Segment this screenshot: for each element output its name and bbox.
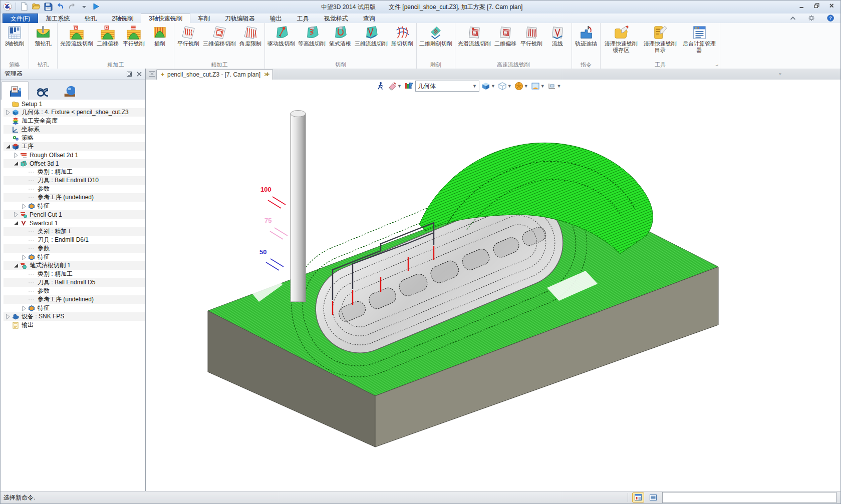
- tab-overflow-icon[interactable]: ⌄: [778, 70, 782, 76]
- expander-closed-icon[interactable]: [13, 211, 20, 218]
- ribbon-button-3-3[interactable]: 平行铣削: [121, 24, 147, 48]
- expander-open-icon[interactable]: [13, 220, 20, 227]
- manager-tab-view-glasses[interactable]: [29, 81, 56, 100]
- collapse-ribbon-icon[interactable]: [788, 14, 797, 23]
- tree-item[interactable]: Setup 1: [4, 100, 145, 108]
- redo-icon[interactable]: [67, 2, 77, 12]
- menu-tab-5[interactable]: 3轴快速铣削: [141, 14, 190, 24]
- minimize-button[interactable]: [796, 2, 807, 11]
- tree-item[interactable]: 设备 : SNK FPS: [4, 312, 145, 321]
- menu-tab-6[interactable]: 车削: [190, 14, 217, 23]
- ribbon-button-5-4[interactable]: 三维流线切削: [353, 24, 389, 48]
- chevron-down-icon[interactable]: ▼: [491, 84, 495, 89]
- tree-item[interactable]: 加工安全高度: [4, 117, 145, 125]
- tree-item[interactable]: 参考工序 (undefined): [4, 295, 145, 304]
- ribbon-button-9-2[interactable]: 清理快速铣削目录: [641, 24, 680, 54]
- tree-item[interactable]: 坐标系: [4, 125, 145, 134]
- tree-item[interactable]: 刀具 : Ball Endmill D5: [4, 278, 145, 287]
- close-tabgroup-icon[interactable]: [148, 70, 156, 78]
- chevron-down-icon[interactable]: ▼: [507, 84, 512, 89]
- tree-item[interactable]: 刀具 : Ball Endmill D10: [4, 176, 145, 185]
- save-file-icon[interactable]: [43, 2, 53, 12]
- ribbon-button-1-1[interactable]: 3轴铣削: [2, 24, 28, 48]
- ribbon-button-5-2[interactable]: 等高线切削: [297, 24, 327, 48]
- dialog-launcher-icon[interactable]: ⌐: [712, 62, 718, 68]
- ribbon-button-3-4[interactable]: 插削: [147, 24, 173, 48]
- ribbon-button-4-3[interactable]: 角度限制: [237, 24, 263, 48]
- command-input[interactable]: [662, 492, 836, 503]
- ribbon-button-2-1[interactable]: 预钻孔: [30, 24, 56, 48]
- close-button[interactable]: [826, 2, 837, 11]
- ribbon-button-5-5[interactable]: 胀切切削: [389, 24, 415, 48]
- help-icon[interactable]: ?: [826, 14, 835, 23]
- ribbon-button-3-2[interactable]: 二维偏移: [95, 24, 121, 48]
- menu-tab-2[interactable]: 加工系统: [38, 14, 77, 23]
- start-run-icon[interactable]: [91, 2, 101, 12]
- document-tab-active[interactable]: + pencil_shoe_cut.Z3 - [7. Cam plan] ✕: [156, 69, 273, 80]
- restore-panel-icon[interactable]: [125, 70, 133, 78]
- tree-item[interactable]: 参数: [4, 244, 145, 253]
- tree-item[interactable]: 参数: [4, 185, 145, 193]
- ribbon-button-7-3[interactable]: 平行铣削: [518, 24, 544, 48]
- ribbon-button-5-3[interactable]: 笔式清根: [327, 24, 353, 48]
- tree-item[interactable]: 工序: [4, 142, 145, 151]
- menu-tab-9[interactable]: 工具: [290, 14, 317, 23]
- chevron-down-icon[interactable]: ▼: [540, 84, 545, 89]
- track-panel-icon[interactable]: [632, 492, 644, 502]
- close-panel-icon[interactable]: [135, 70, 143, 78]
- filter-icon[interactable]: [404, 81, 414, 92]
- chevron-down-icon[interactable]: ▼: [557, 84, 562, 89]
- chevron-down-icon[interactable]: ▼: [397, 84, 402, 89]
- expander-closed-icon[interactable]: [21, 305, 28, 312]
- menu-tab-10[interactable]: 视觉样式: [317, 14, 356, 23]
- settings-gear-icon[interactable]: [807, 14, 816, 23]
- output-list-icon[interactable]: [647, 492, 659, 502]
- tree-item[interactable]: Rough Offset 2d 1: [4, 151, 145, 159]
- 3d-model-canvas[interactable]: [146, 80, 840, 491]
- manager-tab-material-sphere[interactable]: [56, 81, 83, 100]
- expander-closed-icon[interactable]: [13, 152, 20, 159]
- tree-item[interactable]: 参考工序 (undefined): [4, 193, 145, 202]
- open-file-icon[interactable]: [31, 2, 41, 12]
- tree-item[interactable]: 类别 : 精加工: [4, 168, 145, 176]
- tree-item[interactable]: 参数: [4, 287, 145, 295]
- walk-through-icon[interactable]: [376, 81, 386, 92]
- manager-tab-cam-manager[interactable]: [2, 81, 29, 100]
- expander-open-icon[interactable]: [13, 262, 20, 269]
- ribbon-button-6-1[interactable]: 二维雕刻切削: [418, 24, 454, 48]
- undo-icon[interactable]: [55, 2, 65, 12]
- geometry-filter-combobox[interactable]: 几何体▼: [415, 81, 479, 92]
- expander-closed-icon[interactable]: [21, 254, 28, 261]
- ribbon-button-8-1[interactable]: 轨迹连结: [573, 24, 599, 48]
- scene-appearance-icon[interactable]: ▼: [530, 81, 545, 92]
- tree-item[interactable]: 特征: [4, 253, 145, 261]
- tree-item[interactable]: Swarfcut 1: [4, 219, 145, 227]
- ribbon-button-7-1[interactable]: 光滑流线切削: [456, 24, 492, 48]
- new-tab-button[interactable]: +: [265, 70, 269, 78]
- tree-item[interactable]: 类别 : 精加工: [4, 270, 145, 278]
- ribbon-button-9-3[interactable]: 后台计算管理器: [680, 24, 719, 54]
- tree-item[interactable]: 特征: [4, 202, 145, 210]
- ribbon-button-5-1[interactable]: 驱动线切削: [266, 24, 297, 48]
- view-orientation-icon[interactable]: ▼: [514, 81, 529, 92]
- chevron-down-icon[interactable]: ▼: [524, 84, 528, 89]
- viewport[interactable]: ▼几何体▼▼▼▼▼▼ 1007550: [146, 80, 840, 491]
- tree-item[interactable]: 输出: [4, 321, 145, 329]
- expander-open-icon[interactable]: [5, 143, 12, 150]
- ribbon-button-7-4[interactable]: 流线: [544, 24, 571, 48]
- ribbon-button-9-1[interactable]: 清理快速铣削缓存区: [602, 24, 641, 54]
- app-logo-icon[interactable]: [3, 2, 13, 12]
- cube-wireframe-icon[interactable]: ▼: [497, 81, 512, 92]
- section-plane-icon[interactable]: ▼: [547, 81, 562, 92]
- cube-shaded-icon[interactable]: ▼: [481, 81, 496, 92]
- ribbon-button-3-1[interactable]: 光滑流线切削: [59, 24, 95, 48]
- tree-item[interactable]: 刀具 : Endmill D6/1: [4, 236, 145, 244]
- restore-button[interactable]: [811, 2, 822, 11]
- expander-closed-icon[interactable]: [5, 313, 12, 320]
- expander-closed-icon[interactable]: [21, 203, 28, 210]
- quick-access-menu-icon[interactable]: [79, 2, 89, 12]
- tree-item[interactable]: 笔式清根切削 1: [4, 261, 145, 270]
- menu-tab-8[interactable]: 输出: [262, 14, 290, 23]
- menu-tab-4[interactable]: 2轴铣削: [104, 14, 141, 23]
- menu-tab-7[interactable]: 刀轨编辑器: [217, 14, 262, 23]
